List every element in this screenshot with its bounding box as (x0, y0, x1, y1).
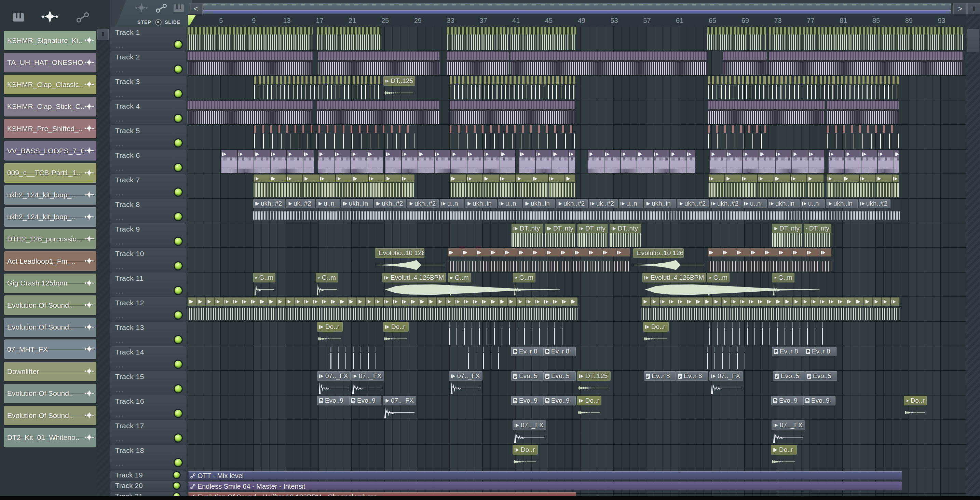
scroll-left-button[interactable]: < (189, 3, 203, 15)
track-header[interactable]: Track 20 (110, 481, 186, 491)
clip[interactable]: 07.._FX (772, 421, 805, 444)
clip[interactable]: 07.._FX (710, 371, 743, 394)
track-mute-led[interactable] (175, 410, 182, 417)
clip[interactable] (827, 101, 899, 124)
track-header[interactable]: Track 9... (110, 223, 186, 247)
sample-item[interactable]: ukh2_124_kit_loop_.. (4, 185, 96, 205)
clip[interactable] (448, 248, 630, 271)
track-header[interactable]: Track 6... (110, 149, 186, 173)
clip[interactable] (188, 101, 313, 124)
clip[interactable] (511, 52, 707, 75)
clip[interactable]: Evo..5 (805, 371, 837, 381)
clip[interactable]: Do..r (771, 445, 797, 468)
clip[interactable] (707, 27, 767, 50)
clip[interactable]: G..m (772, 273, 794, 296)
clip[interactable] (769, 27, 963, 50)
clip[interactable]: 07.._FX (351, 371, 384, 394)
clip[interactable]: DT..125 (383, 76, 415, 99)
piano-icon[interactable] (173, 4, 184, 12)
sample-item[interactable]: Evolution Of Sound.. (4, 295, 96, 315)
track-mute-led[interactable] (175, 459, 182, 466)
clip[interactable] (468, 347, 499, 370)
clip[interactable]: Ev..r 8 (511, 347, 543, 356)
clip[interactable]: DT..nty (804, 224, 831, 247)
clip[interactable]: Do..r (643, 322, 669, 345)
track-mute-led[interactable] (175, 287, 182, 294)
track-header[interactable]: Track 11... (110, 273, 186, 297)
clip[interactable] (708, 248, 831, 271)
clip[interactable]: Ev..r 8 (543, 347, 576, 356)
clip[interactable] (447, 27, 509, 50)
clip[interactable] (317, 27, 381, 50)
clip[interactable] (449, 322, 566, 345)
sample-item[interactable]: Gig Crash 125bpm (4, 273, 96, 293)
clip[interactable] (447, 52, 509, 75)
playlist-minimap[interactable] (203, 3, 951, 14)
clip[interactable]: DT..nty (772, 224, 802, 247)
clip[interactable]: Do..r (317, 322, 343, 345)
clip[interactable] (710, 150, 825, 173)
clip[interactable] (708, 101, 825, 124)
clip[interactable]: ukh..#2uk..#2u..nukh..inukh..#2ukh..#2u.… (253, 199, 900, 222)
clip[interactable]: G..m (316, 273, 338, 296)
sample-item[interactable]: KSHMR_Clap_Classic.. (4, 75, 96, 94)
clip[interactable] (331, 347, 382, 370)
sample-item[interactable]: KSHMR_Signature_Ki.. (4, 31, 96, 50)
clip[interactable]: G..m (253, 273, 275, 296)
track-header[interactable]: Track 8... (110, 199, 186, 223)
track-header[interactable]: Track 4... (110, 100, 186, 124)
track-mute-led[interactable] (175, 41, 182, 48)
track-mute-led[interactable] (175, 65, 182, 73)
sample-item[interactable]: KSHMR_Pre_Shifted_.. (4, 119, 96, 138)
track-header[interactable]: Track 16... (110, 395, 186, 419)
timeline-ruler[interactable]: 5913172125293337414549535761656973778185… (188, 14, 966, 27)
clip[interactable]: Evoluti..4 126BPM (643, 273, 748, 296)
clip[interactable]: 07.._FX (449, 371, 482, 394)
track-header[interactable]: Track 18... (110, 444, 186, 468)
clip[interactable] (769, 52, 963, 75)
clip[interactable]: Evoluti..4 126BPM (382, 273, 488, 296)
slide-icon[interactable] (155, 3, 167, 13)
track-mute-led[interactable] (175, 311, 182, 319)
clip[interactable]: OTT - Mix level (188, 471, 902, 480)
sample-item[interactable]: 07_MHT_FX (4, 340, 96, 359)
track-mute-led[interactable] (173, 472, 180, 478)
clip[interactable]: Evo..5 (511, 371, 543, 381)
track-mute-led[interactable] (175, 164, 182, 171)
track-header[interactable]: Track 13... (110, 322, 186, 346)
clip[interactable] (723, 52, 767, 75)
clip[interactable] (221, 150, 314, 173)
sample-item[interactable]: Downlifter (4, 362, 96, 381)
clip[interactable]: Evo..9 (511, 396, 543, 405)
clip[interactable] (385, 150, 515, 173)
clip[interactable] (708, 76, 792, 99)
sample-item[interactable]: VV_BASS_LOOPS_7_C.. (4, 141, 96, 160)
clip[interactable]: G..m (707, 273, 730, 296)
clip[interactable] (587, 150, 695, 173)
clip[interactable]: Do..r (577, 396, 601, 419)
track-mute-led[interactable] (175, 90, 182, 97)
track-mute-led[interactable] (173, 483, 180, 489)
clip[interactable] (317, 101, 439, 124)
track-header[interactable]: Track 14... (110, 346, 186, 370)
sample-item[interactable]: Evolution Of Sound.. (4, 384, 96, 403)
sample-item[interactable]: Evolution Of Sound.. (4, 406, 96, 425)
clip[interactable]: Evo..9 (803, 396, 835, 405)
clip[interactable] (707, 347, 745, 370)
track-mute-led[interactable] (175, 189, 182, 196)
clip[interactable] (254, 76, 381, 99)
clip[interactable]: 07.._FX (317, 371, 351, 394)
clip[interactable]: Evolutio..10 126BPM (633, 248, 706, 271)
clip[interactable] (450, 101, 575, 124)
clip[interactable] (511, 27, 576, 50)
clip[interactable]: DT..nty (512, 224, 543, 247)
track-mute-led[interactable] (175, 336, 182, 343)
track-mute-led[interactable] (175, 115, 182, 122)
clip[interactable] (450, 76, 575, 99)
clip[interactable]: 07.._FX (512, 421, 546, 444)
clip[interactable]: Evo..9 (543, 396, 576, 405)
clip[interactable]: Ev..r 8 (676, 371, 708, 381)
clip[interactable]: 07.._FX (383, 396, 416, 419)
track-mute-led[interactable] (175, 213, 182, 220)
clip[interactable] (317, 150, 383, 173)
